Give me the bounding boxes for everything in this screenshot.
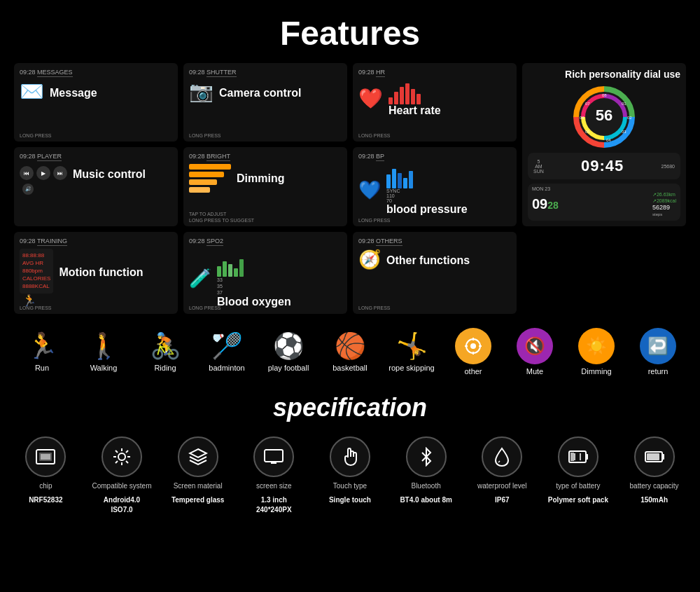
battery-capacity-label: battery capacity (630, 481, 679, 491)
others-long-press: LONG PRESS (358, 305, 391, 310)
spec-compat: Compatible system Android4.0ISO7.0 (90, 436, 153, 515)
dial-watch1: 5 AM SUN 09:45 25680 (528, 153, 680, 179)
waterproof-value: IP67 (495, 495, 510, 505)
spec-battery-capacity: battery capacity 150mAh (623, 436, 686, 515)
compat-value: Android4.0ISO7.0 (104, 495, 140, 515)
feature-dial: Rich personality dial use 56 01 02 03 (522, 63, 686, 226)
feature-spo2: 09:28 SPO2 🧪 333537 Blood oxygen LONG PR… (183, 232, 347, 314)
time-label-music: 09:28 PLAYER (20, 153, 172, 160)
other-label: other (464, 367, 482, 376)
run-label: Run (35, 364, 49, 372)
bluetooth-label: Bluetooth (411, 481, 440, 491)
activity-badminton: 🏸 badminton (202, 331, 251, 372)
music-vol-btn: 🔊 (22, 184, 34, 195)
rope-skipping-icon: 🤸 (396, 331, 428, 361)
activity-return: ↩️ return (634, 328, 682, 376)
svg-point-15 (118, 453, 125, 460)
music-controls: ⏮ ▶ ⏭ (20, 166, 67, 180)
svg-text:56: 56 (596, 106, 612, 124)
mute-label: Mute (526, 367, 543, 376)
time-label-message: 09:28 MESSAGES (20, 69, 172, 76)
battery-type-label: type of battery (556, 481, 600, 491)
feature-bp: 09:28 BP 💙 SYNC 110 70 blood pressure LO… (353, 147, 517, 226)
dial-title: Rich personality dial use (565, 69, 680, 80)
dimming-act-label: Dimming (581, 367, 611, 376)
compat-icon-circle (102, 436, 142, 477)
feature-camera: 09:28 SHUTTER 📷 Camera control LONG PRES… (183, 63, 347, 142)
spec-battery-type: type of battery Polymer soft pack (547, 436, 610, 515)
spec-touch: Touch type Single touch (318, 436, 382, 515)
message-long-press: LONG PRESS (20, 133, 52, 138)
heart-icon: ❤️ (358, 87, 383, 110)
activities-grid: 🏃 Run 🚶 Walking 🚴 Riding 🏸 badminton ⚽ p… (14, 328, 686, 376)
spec-screen-size: screen size 1.3 inch240*240PX (242, 436, 305, 515)
battery-type-icon (568, 448, 589, 466)
svg-text:04: 04 (606, 138, 611, 142)
prev-btn: ⏮ (20, 166, 34, 180)
activity-run: 🏃 Run (18, 331, 66, 372)
settings-gear-icon (112, 447, 132, 467)
chip-label: chip (39, 481, 52, 491)
spec-title: specification (0, 383, 700, 429)
spec-screen-material: Screen material Tempered glass (167, 436, 230, 515)
screen-material-value: Tempered glass (172, 495, 224, 505)
basketball-label: basketball (332, 364, 368, 372)
watch1-time: 09:45 (581, 157, 624, 175)
return-label: return (648, 367, 668, 376)
return-icon: ↩️ (648, 336, 668, 356)
battery-type-value: Polymer soft pack (548, 495, 608, 505)
bp-icon: 💙 (358, 179, 381, 201)
svg-rect-27 (662, 454, 664, 460)
bluetooth-icon-circle (406, 436, 447, 477)
hr-long-press: LONG PRESS (358, 133, 391, 138)
spo2-long-press: LONG PRESS (189, 305, 221, 310)
dimming-bars (189, 164, 231, 193)
camera-icon: 📷 (189, 80, 214, 103)
svg-rect-14 (41, 454, 50, 460)
svg-point-11 (470, 343, 476, 349)
battery-capacity-icon-circle (634, 436, 675, 477)
activity-dimming: ☀️ Dimming (572, 328, 621, 376)
svg-rect-22 (586, 454, 588, 460)
spo2-icon: 🧪 (189, 268, 211, 289)
play-btn: ▶ (36, 166, 50, 180)
svg-text:02: 02 (627, 116, 632, 120)
touch-label: Touch type (333, 481, 367, 491)
message-icon: ✉️ (20, 80, 44, 103)
time-label-camera: 09:28 SHUTTER (189, 69, 342, 76)
svg-line-20 (498, 461, 500, 462)
dimming-act-icon: ☀️ (586, 336, 607, 356)
svg-marker-16 (190, 449, 206, 457)
activity-football: ⚽ play football (264, 331, 313, 372)
dimming-tap-msg: TAP TO ADJUST (189, 212, 226, 216)
svg-rect-28 (647, 453, 659, 460)
spec-grid: chip NRF52832 Compatible system Android4… (0, 429, 700, 529)
screen-size-value: 1.3 inch240*240PX (256, 495, 292, 515)
badminton-icon: 🏸 (211, 331, 243, 361)
battery-capacity-icon (644, 449, 665, 464)
svg-text:08: 08 (602, 93, 607, 97)
chip-icon (35, 448, 56, 465)
activity-rope-skipping: 🤸 rope skipping (387, 331, 436, 372)
basketball-icon: 🏀 (335, 331, 366, 361)
next-btn: ⏭ (53, 166, 67, 180)
time-label-dimming: 09:28 BRIGHT (189, 153, 342, 160)
svg-text:05: 05 (585, 130, 590, 134)
running-figure: 🏃 (22, 294, 172, 307)
screen-material-label: Screen material (174, 481, 223, 491)
dimming-long-press: LONG PRESS TO SUGGEST (189, 218, 254, 223)
time-label-others: 09:28 OTHERS (358, 238, 511, 245)
run-icon: 🏃 (27, 331, 58, 361)
dimming-label: Dimming (237, 172, 284, 184)
feature-heart-rate: 09:28 HR ❤️ Heart rate LONG PRESS (353, 63, 517, 142)
others-icon: 🧭 (358, 249, 381, 270)
touch-hand-icon (341, 447, 359, 467)
spo2-bars (217, 249, 291, 277)
return-circle: ↩️ (640, 328, 676, 364)
camera-long-press: LONG PRESS (189, 133, 221, 138)
others-label: Other functions (386, 254, 470, 267)
activity-riding: 🚴 Riding (141, 331, 190, 372)
water-drop-icon (494, 447, 510, 467)
page-title: Features (0, 0, 700, 63)
mute-icon: 🔇 (524, 336, 545, 356)
